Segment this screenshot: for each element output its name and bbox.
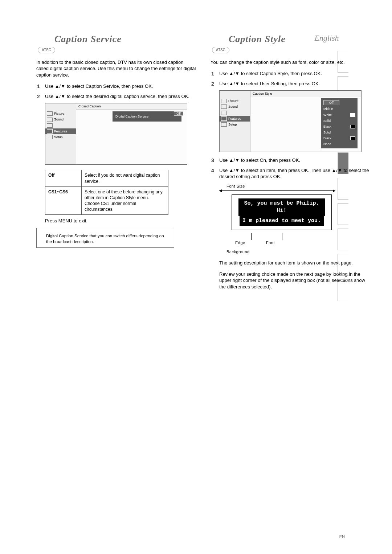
language-tab: English xyxy=(309,33,345,44)
table-row: CS1~CS6 Select one of these before chang… xyxy=(45,186,168,215)
menu-icon-sound: Sound xyxy=(45,116,76,122)
menu-row-label: Digital Caption Service xyxy=(115,114,148,119)
step-1: Use ▲/▼ to select Caption Style, then pr… xyxy=(219,70,370,77)
step-2: Use ▲/▼ to select User Setting, then pre… xyxy=(219,81,370,87)
caption-sample-line1: So, you must be Philip. Hi! xyxy=(238,198,325,216)
step-4: Use ▲/▼ to select an item, then press OK… xyxy=(219,167,370,180)
intro-text: In addition to the basic closed caption,… xyxy=(36,59,196,78)
val-edge-color: Black xyxy=(323,136,331,140)
note-box: Digital Caption Service that you can swi… xyxy=(36,228,174,248)
val-font-color: White xyxy=(323,113,332,117)
label-font: Font xyxy=(266,240,282,246)
menu-row-value: Off xyxy=(174,111,183,116)
side-tab xyxy=(338,51,348,73)
caption-sample-frame: So, you must be Philip. Hi! I m pleased … xyxy=(232,194,332,230)
menu-icon-setup: Setup xyxy=(220,122,250,127)
val-font-size: Middle xyxy=(323,107,333,111)
menu-icon-blank xyxy=(45,123,76,128)
section-caption-service: Caption Service ATSC In addition to the … xyxy=(36,33,196,295)
menu-screenshot: Picture Sound Features Setup Caption Sty… xyxy=(219,90,362,152)
menu-icon-features: Features xyxy=(220,116,250,122)
menu-screenshot: Picture Sound Features Setup Closed Capt… xyxy=(45,103,187,165)
atsc-badge: ATSC xyxy=(212,47,229,53)
table-row: Off Select if you do not want digital ca… xyxy=(45,170,168,186)
step-2: Use ▲/▼ to select the desired digital ca… xyxy=(45,93,196,100)
caption-style-diagram: Font Size So, you must be Philip. Hi! I … xyxy=(219,184,335,255)
arrow-font-size xyxy=(219,190,335,191)
section-title: Caption Style xyxy=(229,33,370,45)
menu-icon-sound: Sound xyxy=(220,104,250,110)
label-background: Background xyxy=(226,249,335,255)
menu-icon-features: Features xyxy=(45,128,76,134)
opt-desc: Select one of these before changing any … xyxy=(82,186,168,215)
menu-icon-setup: Setup xyxy=(45,134,76,140)
menu-icon-picture: Picture xyxy=(220,98,250,104)
val-bg-color: Black xyxy=(323,124,331,129)
step-1: Use ▲/▼ to select Caption Service, then … xyxy=(45,83,196,90)
opt-name: Off xyxy=(45,170,82,186)
side-tab xyxy=(338,279,348,301)
note-text: Digital Caption Service that you can swi… xyxy=(46,234,164,244)
opt-desc: Select if you do not want digital captio… xyxy=(82,170,168,186)
press-exit: Press MENU to exit. xyxy=(45,218,196,224)
options-table: Off Select if you do not want digital ca… xyxy=(45,170,168,215)
step-3: Use ▲/▼ to select On, then press OK. xyxy=(219,157,370,164)
side-tab xyxy=(338,203,348,225)
val-bg-opacity: Solid xyxy=(323,130,331,135)
caption-sample-line2: I m pleased to meet you. xyxy=(240,216,324,226)
val-font-opacity: Solid xyxy=(323,119,331,123)
side-tab xyxy=(338,229,348,250)
opt-name: CS1~CS6 xyxy=(45,186,82,215)
side-tab xyxy=(338,178,348,200)
swatch-black xyxy=(350,125,355,128)
val-user-setting: Off xyxy=(323,100,339,105)
swatch-black xyxy=(350,136,355,140)
label-edge: Edge xyxy=(235,240,252,246)
atsc-badge: ATSC xyxy=(38,47,55,53)
menu-icon-blank xyxy=(220,110,250,116)
swatch-white xyxy=(350,113,355,117)
side-tab xyxy=(338,254,348,276)
menu-icon-picture: Picture xyxy=(45,111,76,116)
val-edge-type: None xyxy=(323,142,331,146)
section-title: Caption Service xyxy=(54,33,196,45)
label-font-size: Font Size xyxy=(226,184,335,189)
page-footer: EN xyxy=(339,534,345,539)
